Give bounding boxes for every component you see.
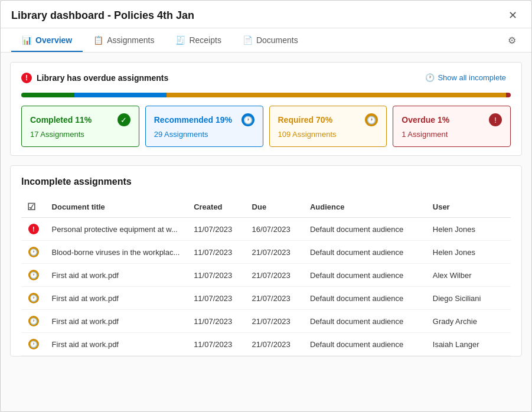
row-user: Isaiah Langer [427,333,511,356]
row-audience: Default document audience [304,241,427,264]
table-row[interactable]: 🕐Blood-borne viruses in the workplac...1… [21,241,511,264]
stat-card-recommended-subtitle: 29 Assignments [154,130,208,139]
alert-danger-icon: ! [21,73,32,83]
stat-cards: Completed 11% ✓ 17 Assignments Recommend… [21,106,511,147]
bar-recommended [74,93,167,97]
nav-bar: 📊 Overview 📋 Assignments 🧾 Receipts 📄 Do… [1,28,531,53]
pending-icon: 🕐 [28,270,39,280]
alert-header: ! Library has overdue assignments 🕐 Show… [21,71,511,84]
stat-card-overdue-title: Overdue 1% [402,115,449,125]
tab-overview[interactable]: 📊 Overview [11,28,83,52]
table-row[interactable]: 🕐First aid at work.pdf11/07/202321/07/20… [21,264,511,287]
clock-blue-icon: 🕐 [241,113,254,126]
window-title: Library dashboard - Policies 4th Jan [11,9,194,22]
col-due: Due [246,197,304,218]
row-created: 11/07/2023 [188,310,246,333]
tab-receipts[interactable]: 🧾 Receipts [165,28,231,52]
table-row[interactable]: 🕐First aid at work.pdf11/07/202321/07/20… [21,287,511,310]
table-body: !Personal protective equipment at w...11… [21,218,511,356]
table-header-row: ☑ Document title Created Due Audience Us… [21,197,511,218]
pending-icon: 🕐 [28,247,39,257]
receipts-icon: 🧾 [175,35,185,45]
tab-overview-label: Overview [35,35,72,45]
row-due: 21/07/2023 [246,310,304,333]
row-due: 21/07/2023 [246,333,304,356]
stat-card-completed-subtitle: 17 Assignments [30,130,84,139]
title-bar: Library dashboard - Policies 4th Jan ✕ [1,1,531,28]
row-audience: Default document audience [304,287,427,310]
row-due: 21/07/2023 [246,264,304,287]
assignments-icon: 📋 [93,35,103,45]
bar-required [167,93,506,97]
clock-icon: 🕐 [425,73,435,82]
table-row[interactable]: !Personal protective equipment at w...11… [21,218,511,241]
incomplete-title: Incomplete assignments [21,176,511,187]
row-due: 21/07/2023 [246,241,304,264]
row-status-icon-cell: 🕐 [21,287,46,310]
stat-card-overdue-subtitle: 1 Assignment [402,130,448,139]
assignments-table: ☑ Document title Created Due Audience Us… [21,197,511,356]
stat-card-overdue-header: Overdue 1% ! [402,113,502,126]
row-audience: Default document audience [304,218,427,241]
row-doc-title: Personal protective equipment at w... [46,218,188,241]
show-all-label: Show all incomplete [438,73,506,82]
col-created: Created [188,197,246,218]
stat-card-required-title: Required 70% [278,115,333,125]
overview-icon: 📊 [22,35,32,45]
row-user: Alex Wilber [427,264,511,287]
settings-button[interactable]: ⚙ [503,30,521,51]
stat-card-completed: Completed 11% ✓ 17 Assignments [21,106,139,147]
alert-card: ! Library has overdue assignments 🕐 Show… [10,62,522,156]
row-status-icon-cell: 🕐 [21,264,46,287]
table-row[interactable]: 🕐First aid at work.pdf11/07/202321/07/20… [21,333,511,356]
stat-card-required-header: Required 70% 🕐 [278,113,378,126]
overdue-icon: ! [28,224,39,234]
main-window: Library dashboard - Policies 4th Jan ✕ 📊… [0,0,532,412]
pending-icon: 🕐 [28,339,39,349]
tab-assignments[interactable]: 📋 Assignments [83,28,165,52]
row-doc-title: First aid at work.pdf [46,333,188,356]
bar-overdue [506,93,511,97]
clock-orange-icon: 🕐 [365,113,378,126]
row-user: Grady Archie [427,310,511,333]
col-document-title: Document title [46,197,188,218]
table-row[interactable]: 🕐First aid at work.pdf11/07/202321/07/20… [21,310,511,333]
row-due: 21/07/2023 [246,287,304,310]
row-user: Helen Jones [427,241,511,264]
row-status-icon-cell: 🕐 [21,241,46,264]
checkmark-icon: ✓ [118,113,130,126]
stat-card-overdue: Overdue 1% ! 1 Assignment [393,106,511,147]
row-doc-title: Blood-borne viruses in the workplac... [46,241,188,264]
tab-documents[interactable]: 📄 Documents [232,28,309,52]
row-doc-title: First aid at work.pdf [46,310,188,333]
incomplete-section: Incomplete assignments ☑ Document title … [10,165,522,357]
row-status-icon-cell: 🕐 [21,310,46,333]
pending-icon: 🕐 [28,316,39,326]
stat-card-required-subtitle: 109 Assignments [278,130,337,139]
row-status-icon-cell: 🕐 [21,333,46,356]
row-created: 11/07/2023 [188,287,246,310]
col-user: User [427,197,511,218]
row-audience: Default document audience [304,310,427,333]
row-due: 16/07/2023 [246,218,304,241]
alert-text: Library has overdue assignments [37,73,168,83]
exclamation-red-icon: ! [489,113,502,126]
row-created: 11/07/2023 [188,264,246,287]
row-doc-title: First aid at work.pdf [46,287,188,310]
row-status-icon-cell: ! [21,218,46,241]
checkbox-header-icon: ☑ [27,202,35,212]
content-area: ! Library has overdue assignments 🕐 Show… [1,53,531,411]
tab-documents-label: Documents [256,35,298,45]
tab-assignments-label: Assignments [107,35,154,45]
stat-card-required: Required 70% 🕐 109 Assignments [269,106,387,147]
bar-completed [21,93,74,97]
col-checkbox: ☑ [21,197,46,218]
row-user: Helen Jones [427,218,511,241]
documents-icon: 📄 [243,35,253,45]
stat-card-completed-header: Completed 11% ✓ [30,113,130,126]
show-all-incomplete-button[interactable]: 🕐 Show all incomplete [420,71,511,84]
row-created: 11/07/2023 [188,241,246,264]
stat-card-recommended: Recommended 19% 🕐 29 Assignments [145,106,263,147]
close-button[interactable]: ✕ [505,9,521,22]
row-user: Diego Siciliani [427,287,511,310]
